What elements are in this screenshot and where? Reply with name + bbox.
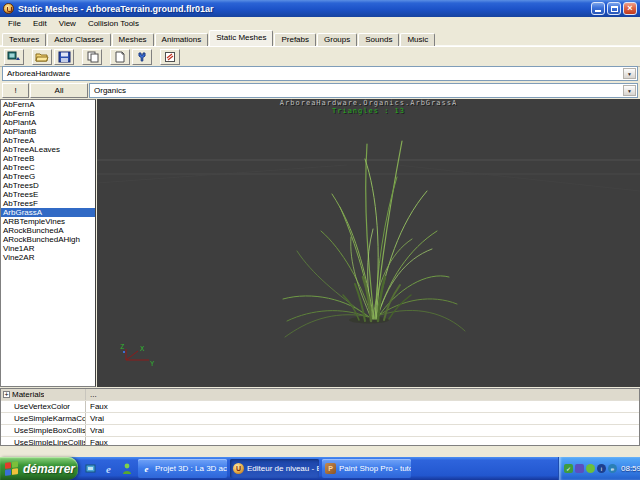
- minimize-button[interactable]: [591, 2, 605, 15]
- package-combobox-value: ArboreaHardware: [7, 69, 70, 78]
- mesh-list-item[interactable]: AbPlantB: [1, 127, 95, 136]
- window-controls: ×: [591, 2, 637, 15]
- filter-exclaim-button[interactable]: !: [2, 83, 29, 98]
- mesh-list-item[interactable]: Vine1AR: [1, 244, 95, 253]
- browser-tab[interactable]: Prefabs: [274, 33, 316, 46]
- mesh-list-item[interactable]: AbTreeALeaves: [1, 145, 95, 154]
- mesh-list-item[interactable]: ARockBunchedA: [1, 226, 95, 235]
- screen: Static Meshes - ArboreaTerrain.ground.fl…: [0, 0, 640, 480]
- copy-pages-icon: [86, 51, 99, 63]
- paint-shop-pro-icon: P: [325, 463, 336, 474]
- task-label: Paint Shop Pro - tuto1: [339, 464, 411, 473]
- open-package-button[interactable]: [32, 49, 52, 65]
- property-value[interactable]: Vrai: [86, 425, 104, 436]
- browser-tab[interactable]: Groups: [317, 33, 357, 46]
- edit-mesh-button[interactable]: [160, 49, 180, 65]
- grass-mesh-preview: Z X Y: [97, 99, 640, 387]
- open-folder-icon: [35, 51, 49, 63]
- unreal-editor-icon: U: [233, 463, 244, 474]
- taskbar-clock[interactable]: 08:59: [621, 464, 640, 473]
- title-bar: Static Meshes - ArboreaTerrain.ground.fl…: [0, 0, 640, 17]
- network-icon[interactable]: [575, 464, 584, 473]
- property-row[interactable]: + UseSimpleLineCollision Faux: [1, 437, 639, 446]
- browser-tab[interactable]: Static Meshes: [209, 30, 273, 46]
- dock-toggle-button[interactable]: [4, 49, 24, 65]
- property-name-cell: + UseSimpleLineCollision: [1, 437, 86, 446]
- new-button[interactable]: [110, 49, 130, 65]
- info-icon[interactable]: i: [597, 464, 606, 473]
- tools-wrench-icon: [136, 51, 148, 63]
- menu-item[interactable]: Edit: [27, 19, 53, 28]
- properties-button[interactable]: [132, 49, 152, 65]
- taskbar-task-editeur-niveau[interactable]: U Editeur de niveau - B...: [230, 459, 319, 478]
- browser-tab[interactable]: Meshes: [112, 33, 154, 46]
- axis-gizmo: Z X Y: [120, 343, 155, 368]
- messenger-contact-icon[interactable]: [586, 464, 595, 473]
- property-row[interactable]: + UseVertexColor Faux: [1, 401, 639, 413]
- mesh-preview-viewport[interactable]: Z X Y ArboreaHardware.Organics.ArbGrassA…: [97, 99, 640, 387]
- mesh-list-item[interactable]: AbTreeG: [1, 172, 95, 181]
- mesh-list-item[interactable]: AbTreeC: [1, 163, 95, 172]
- property-row[interactable]: + UseSimpleKarmaColli... Vrai: [1, 413, 639, 425]
- task-label: Projet 3D : La 3D acc...: [155, 464, 227, 473]
- group-combobox[interactable]: Organics ▼: [89, 83, 638, 98]
- property-name-cell: + UseVertexColor: [1, 401, 86, 412]
- property-name-cell: + UseSimpleBoxCollision: [1, 425, 86, 436]
- all-groups-button[interactable]: All: [30, 83, 88, 98]
- menu-item[interactable]: Collision Tools: [82, 19, 145, 28]
- window-title: Static Meshes - ArboreaTerrain.ground.fl…: [18, 4, 591, 14]
- property-value[interactable]: Vrai: [86, 413, 104, 424]
- show-desktop-icon[interactable]: [84, 462, 97, 476]
- browser-tab-bar: TexturesActor ClassesMeshesAnimationsSta…: [0, 29, 640, 46]
- taskbar-task-paintshoppro[interactable]: P Paint Shop Pro - tuto1: [322, 459, 411, 478]
- toolbar: [0, 46, 640, 67]
- property-name-cell: + Materials: [1, 389, 86, 400]
- property-name-cell: + UseSimpleKarmaColli...: [1, 413, 86, 424]
- mesh-list-item[interactable]: AbTreesF: [1, 199, 95, 208]
- menu-bar: FileEditViewCollision Tools: [0, 17, 640, 29]
- mesh-list-item[interactable]: AbFernB: [1, 109, 95, 118]
- browser-tab[interactable]: Actor Classes: [47, 33, 110, 46]
- package-combobox[interactable]: ArboreaHardware ▼: [2, 66, 638, 81]
- mesh-list-item[interactable]: AbTreeB: [1, 154, 95, 163]
- property-row[interactable]: + UseSimpleBoxCollision Vrai: [1, 425, 639, 437]
- expand-plus-icon[interactable]: +: [3, 391, 10, 398]
- start-button[interactable]: démarrer: [0, 457, 78, 480]
- quick-launch: e: [84, 460, 133, 477]
- property-value[interactable]: Faux: [86, 401, 108, 412]
- axis-x-label: X: [140, 345, 145, 353]
- taskbar-task-projet3d[interactable]: e Projet 3D : La 3D acc...: [138, 459, 227, 478]
- duplicate-button[interactable]: [82, 49, 102, 65]
- chevron-down-icon[interactable]: ▼: [623, 85, 636, 96]
- property-value[interactable]: ...: [86, 389, 97, 400]
- browser-globe-icon[interactable]: e: [608, 464, 617, 473]
- security-shield-icon[interactable]: ✓: [564, 464, 573, 473]
- menu-item[interactable]: File: [2, 19, 27, 28]
- messenger-icon[interactable]: [120, 462, 133, 476]
- browser-tab[interactable]: Animations: [155, 33, 209, 46]
- chevron-down-icon[interactable]: ▼: [623, 68, 636, 79]
- mesh-list-item[interactable]: AbFernA: [1, 100, 95, 109]
- mesh-list-item[interactable]: ARockBunchedAHigh: [1, 235, 95, 244]
- save-package-button[interactable]: [54, 49, 74, 65]
- browser-tab[interactable]: Music: [400, 33, 435, 46]
- new-document-icon: [114, 51, 126, 63]
- mesh-list-item[interactable]: AbTreesD: [1, 181, 95, 190]
- menu-item[interactable]: View: [53, 19, 82, 28]
- mesh-list-item[interactable]: AbTreeA: [1, 136, 95, 145]
- grass-blades: [283, 141, 465, 337]
- mesh-list-item[interactable]: ArbGrassA: [1, 208, 95, 217]
- mesh-list-item[interactable]: AbPlantA: [1, 118, 95, 127]
- internet-explorer-icon[interactable]: e: [102, 462, 115, 476]
- property-name: UseVertexColor: [1, 401, 70, 412]
- property-value[interactable]: Faux: [86, 437, 108, 446]
- mesh-list-item[interactable]: AbTreesE: [1, 190, 95, 199]
- property-row[interactable]: + Materials ...: [1, 389, 639, 401]
- browser-tab[interactable]: Textures: [2, 33, 46, 46]
- close-button[interactable]: ×: [623, 2, 637, 15]
- restore-button[interactable]: [607, 2, 621, 15]
- mesh-list-item[interactable]: ARBTempleVines: [1, 217, 95, 226]
- mesh-list-item[interactable]: Vine2AR: [1, 253, 95, 262]
- viewport-mesh-path-label: ArboreaHardware.Organics.ArbGrassA: [97, 99, 640, 107]
- browser-tab[interactable]: Sounds: [358, 33, 399, 46]
